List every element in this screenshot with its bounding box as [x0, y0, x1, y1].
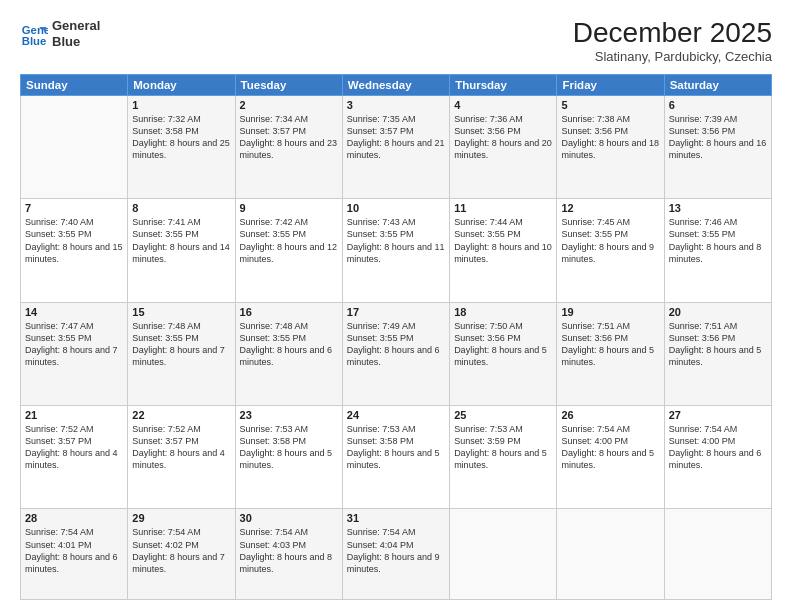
table-row: 18 Sunrise: 7:50 AMSunset: 3:56 PMDaylig… — [450, 302, 557, 405]
table-row: 15 Sunrise: 7:48 AMSunset: 3:55 PMDaylig… — [128, 302, 235, 405]
table-row: 17 Sunrise: 7:49 AMSunset: 3:55 PMDaylig… — [342, 302, 449, 405]
cell-info: Sunrise: 7:54 AMSunset: 4:01 PMDaylight:… — [25, 527, 118, 573]
cell-info: Sunrise: 7:51 AMSunset: 3:56 PMDaylight:… — [669, 321, 762, 367]
day-number: 6 — [669, 99, 767, 111]
title-block: December 2025 Slatinany, Pardubicky, Cze… — [573, 18, 772, 64]
table-row — [664, 509, 771, 600]
cell-info: Sunrise: 7:44 AMSunset: 3:55 PMDaylight:… — [454, 217, 552, 263]
day-number: 8 — [132, 202, 230, 214]
table-row: 5 Sunrise: 7:38 AMSunset: 3:56 PMDayligh… — [557, 95, 664, 198]
day-number: 13 — [669, 202, 767, 214]
table-row: 21 Sunrise: 7:52 AMSunset: 3:57 PMDaylig… — [21, 406, 128, 509]
day-number: 16 — [240, 306, 338, 318]
logo: General Blue General Blue — [20, 18, 100, 49]
table-row: 22 Sunrise: 7:52 AMSunset: 3:57 PMDaylig… — [128, 406, 235, 509]
cell-info: Sunrise: 7:45 AMSunset: 3:55 PMDaylight:… — [561, 217, 654, 263]
table-row: 8 Sunrise: 7:41 AMSunset: 3:55 PMDayligh… — [128, 199, 235, 302]
cell-info: Sunrise: 7:53 AMSunset: 3:58 PMDaylight:… — [240, 424, 333, 470]
day-number: 20 — [669, 306, 767, 318]
table-row: 19 Sunrise: 7:51 AMSunset: 3:56 PMDaylig… — [557, 302, 664, 405]
logo-line1: General — [52, 18, 100, 34]
day-number: 4 — [454, 99, 552, 111]
table-row: 13 Sunrise: 7:46 AMSunset: 3:55 PMDaylig… — [664, 199, 771, 302]
month-title: December 2025 — [573, 18, 772, 49]
table-row: 25 Sunrise: 7:53 AMSunset: 3:59 PMDaylig… — [450, 406, 557, 509]
day-number: 18 — [454, 306, 552, 318]
day-number: 12 — [561, 202, 659, 214]
table-row: 6 Sunrise: 7:39 AMSunset: 3:56 PMDayligh… — [664, 95, 771, 198]
table-row: 16 Sunrise: 7:48 AMSunset: 3:55 PMDaylig… — [235, 302, 342, 405]
table-row: 23 Sunrise: 7:53 AMSunset: 3:58 PMDaylig… — [235, 406, 342, 509]
day-number: 31 — [347, 512, 445, 524]
table-row: 26 Sunrise: 7:54 AMSunset: 4:00 PMDaylig… — [557, 406, 664, 509]
day-number: 27 — [669, 409, 767, 421]
day-number: 10 — [347, 202, 445, 214]
day-number: 25 — [454, 409, 552, 421]
svg-text:Blue: Blue — [22, 34, 47, 46]
day-number: 22 — [132, 409, 230, 421]
cell-info: Sunrise: 7:39 AMSunset: 3:56 PMDaylight:… — [669, 114, 767, 160]
table-row — [450, 509, 557, 600]
col-thursday: Thursday — [450, 74, 557, 95]
cell-info: Sunrise: 7:49 AMSunset: 3:55 PMDaylight:… — [347, 321, 440, 367]
table-row: 1 Sunrise: 7:32 AMSunset: 3:58 PMDayligh… — [128, 95, 235, 198]
day-number: 28 — [25, 512, 123, 524]
col-monday: Monday — [128, 74, 235, 95]
table-row: 20 Sunrise: 7:51 AMSunset: 3:56 PMDaylig… — [664, 302, 771, 405]
day-number: 26 — [561, 409, 659, 421]
col-sunday: Sunday — [21, 74, 128, 95]
cell-info: Sunrise: 7:41 AMSunset: 3:55 PMDaylight:… — [132, 217, 230, 263]
table-row: 28 Sunrise: 7:54 AMSunset: 4:01 PMDaylig… — [21, 509, 128, 600]
logo-line2: Blue — [52, 34, 100, 50]
day-number: 2 — [240, 99, 338, 111]
logo-icon: General Blue — [20, 20, 48, 48]
table-row: 12 Sunrise: 7:45 AMSunset: 3:55 PMDaylig… — [557, 199, 664, 302]
day-number: 30 — [240, 512, 338, 524]
col-friday: Friday — [557, 74, 664, 95]
logo-text: General Blue — [52, 18, 100, 49]
table-row: 24 Sunrise: 7:53 AMSunset: 3:58 PMDaylig… — [342, 406, 449, 509]
table-row: 11 Sunrise: 7:44 AMSunset: 3:55 PMDaylig… — [450, 199, 557, 302]
cell-info: Sunrise: 7:40 AMSunset: 3:55 PMDaylight:… — [25, 217, 123, 263]
col-wednesday: Wednesday — [342, 74, 449, 95]
cell-info: Sunrise: 7:48 AMSunset: 3:55 PMDaylight:… — [132, 321, 225, 367]
day-number: 3 — [347, 99, 445, 111]
cell-info: Sunrise: 7:43 AMSunset: 3:55 PMDaylight:… — [347, 217, 445, 263]
day-number: 14 — [25, 306, 123, 318]
cell-info: Sunrise: 7:54 AMSunset: 4:00 PMDaylight:… — [669, 424, 762, 470]
cell-info: Sunrise: 7:52 AMSunset: 3:57 PMDaylight:… — [25, 424, 118, 470]
cell-info: Sunrise: 7:36 AMSunset: 3:56 PMDaylight:… — [454, 114, 552, 160]
day-number: 1 — [132, 99, 230, 111]
day-number: 9 — [240, 202, 338, 214]
table-row: 10 Sunrise: 7:43 AMSunset: 3:55 PMDaylig… — [342, 199, 449, 302]
table-row: 7 Sunrise: 7:40 AMSunset: 3:55 PMDayligh… — [21, 199, 128, 302]
location-subtitle: Slatinany, Pardubicky, Czechia — [573, 49, 772, 64]
table-row: 27 Sunrise: 7:54 AMSunset: 4:00 PMDaylig… — [664, 406, 771, 509]
day-number: 19 — [561, 306, 659, 318]
day-number: 11 — [454, 202, 552, 214]
cell-info: Sunrise: 7:50 AMSunset: 3:56 PMDaylight:… — [454, 321, 547, 367]
cell-info: Sunrise: 7:42 AMSunset: 3:55 PMDaylight:… — [240, 217, 338, 263]
table-row: 2 Sunrise: 7:34 AMSunset: 3:57 PMDayligh… — [235, 95, 342, 198]
table-row: 31 Sunrise: 7:54 AMSunset: 4:04 PMDaylig… — [342, 509, 449, 600]
table-row: 4 Sunrise: 7:36 AMSunset: 3:56 PMDayligh… — [450, 95, 557, 198]
table-row: 14 Sunrise: 7:47 AMSunset: 3:55 PMDaylig… — [21, 302, 128, 405]
cell-info: Sunrise: 7:54 AMSunset: 4:00 PMDaylight:… — [561, 424, 654, 470]
cell-info: Sunrise: 7:35 AMSunset: 3:57 PMDaylight:… — [347, 114, 445, 160]
page: General Blue General Blue December 2025 … — [0, 0, 792, 612]
cell-info: Sunrise: 7:51 AMSunset: 3:56 PMDaylight:… — [561, 321, 654, 367]
header-row: Sunday Monday Tuesday Wednesday Thursday… — [21, 74, 772, 95]
cell-info: Sunrise: 7:54 AMSunset: 4:03 PMDaylight:… — [240, 527, 333, 573]
cell-info: Sunrise: 7:38 AMSunset: 3:56 PMDaylight:… — [561, 114, 659, 160]
col-saturday: Saturday — [664, 74, 771, 95]
cell-info: Sunrise: 7:46 AMSunset: 3:55 PMDaylight:… — [669, 217, 762, 263]
day-number: 21 — [25, 409, 123, 421]
day-number: 15 — [132, 306, 230, 318]
cell-info: Sunrise: 7:47 AMSunset: 3:55 PMDaylight:… — [25, 321, 118, 367]
header: General Blue General Blue December 2025 … — [20, 18, 772, 64]
cell-info: Sunrise: 7:34 AMSunset: 3:57 PMDaylight:… — [240, 114, 338, 160]
table-row: 3 Sunrise: 7:35 AMSunset: 3:57 PMDayligh… — [342, 95, 449, 198]
cell-info: Sunrise: 7:52 AMSunset: 3:57 PMDaylight:… — [132, 424, 225, 470]
day-number: 17 — [347, 306, 445, 318]
table-row — [557, 509, 664, 600]
